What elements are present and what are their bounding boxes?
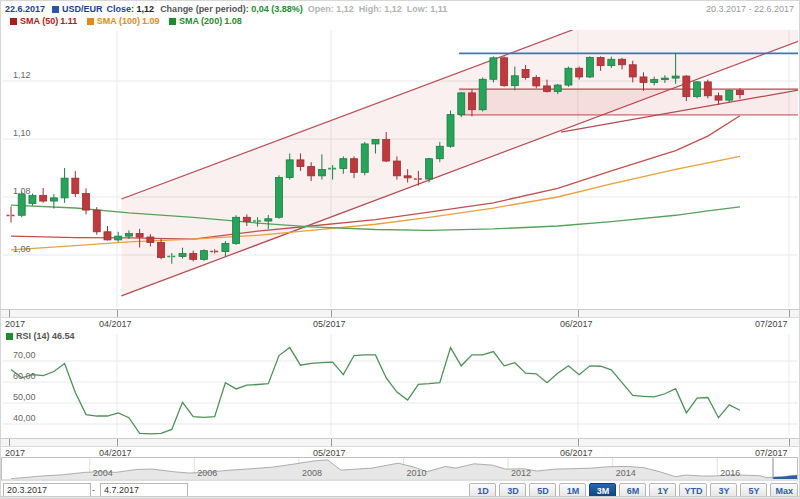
rsi-value: 46.54 <box>52 331 75 341</box>
close-value: 1,12 <box>137 4 155 14</box>
nav-year-label: 2012 <box>511 468 531 478</box>
candle-body <box>318 169 325 175</box>
navigator-panel: 2004200620082010201220142016 <box>1 457 800 481</box>
sma200-label: SMA (200) <box>179 16 222 26</box>
axis-tick <box>789 439 790 446</box>
sma200-swatch <box>169 18 176 25</box>
change-value: 0,04 (3.88%) <box>251 4 303 14</box>
main-y-axis-label: 1,12 <box>13 70 31 80</box>
trend-channel-fill <box>121 29 800 296</box>
sma100-value: 1.09 <box>142 16 160 26</box>
x-axis-label: 04/2017 <box>99 319 132 329</box>
candlestick-chart[interactable]: 1,121,101,081,06 <box>1 29 800 309</box>
candle-body <box>726 91 733 101</box>
rsi-y-axis-label: 60,00 <box>13 371 36 381</box>
candle-body <box>436 146 443 158</box>
visible-range-text: 20.3.2017 - 22.6.2017 <box>706 4 794 14</box>
candle-body <box>458 93 465 115</box>
candle-body <box>490 58 497 79</box>
change-label: Change (per period): <box>160 4 249 14</box>
candle-body <box>200 251 207 260</box>
candle-body <box>672 76 679 78</box>
low-value: 1,11 <box>430 4 447 14</box>
candle-body <box>372 140 379 144</box>
main-y-axis-label: 1,08 <box>13 186 31 196</box>
main-x-axis-strip <box>1 309 800 318</box>
candle-body <box>297 160 304 167</box>
rsi-y-axis-label: 70,00 <box>13 350 36 360</box>
candle-body <box>393 161 400 176</box>
navigator-chart[interactable]: 2004200620082010201220142016 <box>1 457 800 481</box>
candle-body <box>586 58 593 77</box>
candle-body <box>243 217 250 221</box>
x-axis-label: 07/2017 <box>755 319 788 329</box>
rsi-y-axis-label: 40,00 <box>13 413 36 423</box>
candle-body <box>222 243 229 251</box>
candle-body <box>40 196 47 202</box>
sma50-value: 1.11 <box>60 16 77 26</box>
axis-tick <box>331 439 332 446</box>
open-label: Open: <box>308 4 334 14</box>
candle-body <box>308 167 315 176</box>
sma-line-2 <box>11 205 740 230</box>
candle-body <box>640 77 647 83</box>
candle-body <box>233 217 240 243</box>
candle-body <box>147 237 154 243</box>
candle-body <box>554 85 561 91</box>
candle-body <box>18 194 25 215</box>
candle-body <box>340 159 347 169</box>
candle-body <box>447 115 454 147</box>
support-band-fill <box>459 89 798 115</box>
rsi-name: RSI (14) <box>16 331 50 341</box>
candle-body <box>83 194 90 211</box>
range-end-input[interactable] <box>100 483 188 497</box>
nav-year-label: 2004 <box>93 468 113 478</box>
candle-body <box>29 196 36 204</box>
nav-year-label: 2010 <box>406 468 426 478</box>
candle-body <box>544 86 551 92</box>
candle-body <box>629 65 636 77</box>
candle-body <box>190 254 197 260</box>
range-controls: - 1D3D5D1M3M6M1YYTD3Y5YMax <box>1 483 800 497</box>
rsi-chart[interactable]: 70,0060,0050,0040,00 <box>1 329 800 438</box>
sma100-label: SMA (100) <box>97 16 140 26</box>
chart-widget: 22.6.2017USD/EURClose: 1,12Change (per p… <box>0 0 800 499</box>
candle-body <box>136 234 143 237</box>
candle-body <box>351 159 358 173</box>
candle-body <box>426 159 433 179</box>
candle-body <box>683 76 690 97</box>
rsi-x-axis-strip <box>1 438 800 447</box>
candle-body <box>61 178 68 198</box>
candle-body <box>179 254 186 257</box>
candle-body <box>522 69 529 77</box>
candle-body <box>72 178 79 193</box>
candle-body <box>661 78 668 79</box>
rsi-swatch <box>6 333 13 340</box>
current-date: 22.6.2017 <box>5 4 45 14</box>
high-label: High: <box>359 4 382 14</box>
candle-body <box>383 140 390 161</box>
rsi-legend: RSI (14) 46.54 <box>6 331 75 341</box>
axis-tick <box>117 310 118 317</box>
candle-body <box>468 93 475 110</box>
sma100-swatch <box>87 18 94 25</box>
candle-body <box>125 234 132 237</box>
low-label: Low: <box>407 4 428 14</box>
rsi-panel: RSI (14) 46.54 70,0060,0050,0040,00 <box>1 329 800 438</box>
nav-year-label: 2006 <box>197 468 217 478</box>
candle-body <box>736 91 743 95</box>
range-start-input[interactable] <box>3 483 91 497</box>
candle-body <box>479 79 486 109</box>
candle-body <box>565 68 572 85</box>
range-separator: - <box>92 485 95 495</box>
nav-year-label: 2008 <box>302 468 322 478</box>
x-axis-label: 2017 <box>5 319 25 329</box>
main-y-axis-label: 1,10 <box>13 128 31 138</box>
nav-year-label: 2014 <box>616 468 636 478</box>
axis-tick <box>9 310 10 317</box>
chart-header: 22.6.2017USD/EURClose: 1,12Change (per p… <box>1 1 799 29</box>
open-value: 1,12 <box>336 4 354 14</box>
candle-body <box>104 232 111 240</box>
price-legend-row: 22.6.2017USD/EURClose: 1,12Change (per p… <box>5 4 447 14</box>
main-chart-panel: 1,121,101,081,06 <box>1 29 800 309</box>
